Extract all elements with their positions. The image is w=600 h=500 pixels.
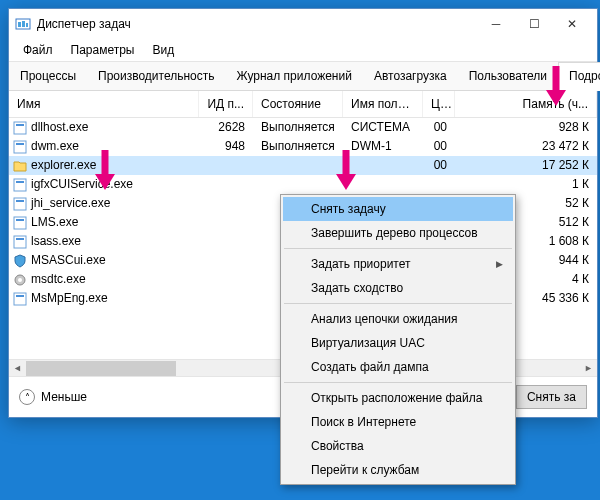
menu-options[interactable]: Параметры: [63, 41, 143, 59]
menubar: Файл Параметры Вид: [9, 39, 597, 62]
close-button[interactable]: ✕: [553, 10, 591, 38]
tab-users[interactable]: Пользователи: [458, 62, 558, 90]
svg-rect-8: [14, 179, 26, 191]
end-task-button[interactable]: Снять за: [516, 385, 587, 409]
window-title: Диспетчер задач: [37, 17, 477, 31]
ctx-properties[interactable]: Свойства: [283, 434, 513, 458]
table-row[interactable]: dwm.exe948ВыполняетсяDWM-10023 472 К: [9, 137, 597, 156]
cell-cpu: 00: [423, 156, 455, 175]
cell-pid: [199, 156, 253, 175]
ctx-wait-chain[interactable]: Анализ цепочки ожидания: [283, 307, 513, 331]
process-name: dllhost.exe: [31, 118, 88, 137]
menu-view[interactable]: Вид: [144, 41, 182, 59]
cell-pid: [199, 232, 253, 251]
minimize-button[interactable]: ─: [477, 10, 515, 38]
col-pid[interactable]: ИД п...: [199, 91, 253, 117]
tab-startup[interactable]: Автозагрузка: [363, 62, 458, 90]
fewer-details-button[interactable]: ˄ Меньше: [19, 389, 87, 405]
ctx-open-location[interactable]: Открыть расположение файла: [283, 386, 513, 410]
chevron-up-icon: ˄: [19, 389, 35, 405]
cell-pid: [199, 270, 253, 289]
process-name: MSASCui.exe: [31, 251, 106, 270]
tab-processes[interactable]: Процессы: [9, 62, 87, 90]
svg-rect-13: [16, 219, 24, 221]
col-cpu[interactable]: ЦП: [423, 91, 455, 117]
svg-rect-11: [16, 200, 24, 202]
process-name: MsMpEng.exe: [31, 289, 108, 308]
svg-rect-4: [14, 122, 26, 134]
process-icon: [13, 254, 27, 268]
col-mem[interactable]: Память (ч...: [455, 91, 597, 117]
menu-file[interactable]: Файл: [15, 41, 61, 59]
ctx-priority[interactable]: Задать приоритет▶: [283, 252, 513, 276]
col-name[interactable]: Имя: [9, 91, 199, 117]
cell-mem: 23 472 К: [455, 137, 597, 156]
maximize-button[interactable]: ☐: [515, 10, 553, 38]
process-icon: [13, 121, 27, 135]
tab-details[interactable]: Подробности: [558, 62, 600, 91]
ctx-search[interactable]: Поиск в Интернете: [283, 410, 513, 434]
process-icon: [13, 292, 27, 306]
window-controls: ─ ☐ ✕: [477, 10, 591, 38]
cell-user: СИСТЕМА: [343, 118, 423, 137]
app-icon: [15, 16, 31, 32]
svg-rect-2: [22, 21, 25, 27]
process-name: msdtc.exe: [31, 270, 86, 289]
process-icon: [13, 159, 27, 173]
process-icon: [13, 235, 27, 249]
svg-rect-18: [14, 293, 26, 305]
process-name: jhi_service.exe: [31, 194, 110, 213]
svg-rect-7: [16, 143, 24, 145]
ctx-dump[interactable]: Создать файл дампа: [283, 355, 513, 379]
svg-rect-3: [26, 23, 28, 27]
tab-app-history[interactable]: Журнал приложений: [226, 62, 363, 90]
ctx-uac[interactable]: Виртуализация UAC: [283, 331, 513, 355]
ctx-sep: [284, 382, 512, 383]
cell-pid: [199, 175, 253, 194]
cell-cpu: [423, 175, 455, 194]
process-icon: [13, 197, 27, 211]
scroll-left-button[interactable]: ◄: [9, 360, 26, 377]
ctx-end-task[interactable]: Снять задачу: [283, 197, 513, 221]
table-row[interactable]: explorer.exe0017 252 К: [9, 156, 597, 175]
cell-pid: 948: [199, 137, 253, 156]
process-name: dwm.exe: [31, 137, 79, 156]
svg-rect-9: [16, 181, 24, 183]
cell-user: [343, 175, 423, 194]
cell-mem: 1 К: [455, 175, 597, 194]
table-row[interactable]: igfxCUIService.exe1 К: [9, 175, 597, 194]
fewer-label: Меньше: [41, 390, 87, 404]
scroll-thumb[interactable]: [26, 361, 176, 376]
col-state[interactable]: Состояние: [253, 91, 343, 117]
ctx-services[interactable]: Перейти к службам: [283, 458, 513, 482]
ctx-end-tree[interactable]: Завершить дерево процессов: [283, 221, 513, 245]
svg-rect-6: [14, 141, 26, 153]
cell-cpu: 00: [423, 137, 455, 156]
cell-user: DWM-1: [343, 137, 423, 156]
process-icon: [13, 178, 27, 192]
process-icon: [13, 273, 27, 287]
context-menu: Снять задачу Завершить дерево процессов …: [280, 194, 516, 485]
cell-pid: [199, 194, 253, 213]
titlebar[interactable]: Диспетчер задач ─ ☐ ✕: [9, 9, 597, 39]
svg-rect-15: [16, 238, 24, 240]
grid-header: Имя ИД п... Состояние Имя польз... ЦП Па…: [9, 91, 597, 118]
svg-rect-12: [14, 217, 26, 229]
process-name: lsass.exe: [31, 232, 81, 251]
scroll-right-button[interactable]: ►: [580, 360, 597, 377]
svg-rect-19: [16, 295, 24, 297]
svg-point-17: [18, 278, 22, 282]
cell-pid: [199, 213, 253, 232]
table-row[interactable]: dllhost.exe2628ВыполняетсяСИСТЕМА00928 К: [9, 118, 597, 137]
svg-rect-1: [18, 22, 21, 27]
cell-state: Выполняется: [253, 118, 343, 137]
cell-state: [253, 156, 343, 175]
col-user[interactable]: Имя польз...: [343, 91, 423, 117]
process-icon: [13, 216, 27, 230]
ctx-affinity[interactable]: Задать сходство: [283, 276, 513, 300]
process-name: explorer.exe: [31, 156, 96, 175]
tab-performance[interactable]: Производительность: [87, 62, 225, 90]
chevron-right-icon: ▶: [496, 259, 503, 269]
cell-state: Выполняется: [253, 137, 343, 156]
cell-pid: [199, 289, 253, 308]
